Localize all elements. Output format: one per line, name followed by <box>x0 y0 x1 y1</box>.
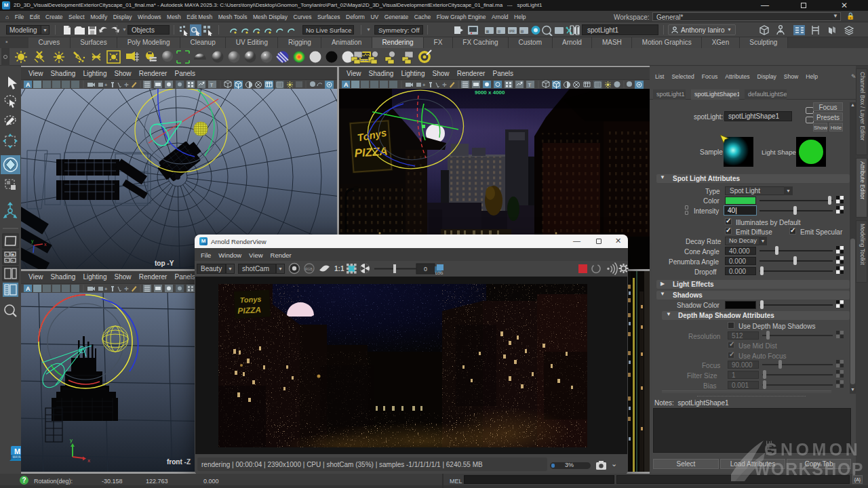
svg-text:x: x <box>44 242 47 247</box>
svg-text:✛: ✛ <box>124 286 129 292</box>
svg-text:◆: ◆ <box>12 252 14 256</box>
svg-text:y: y <box>31 239 34 244</box>
svg-text:y: y <box>70 437 73 443</box>
svg-text:+: + <box>5 252 7 256</box>
svg-text:front -Z: front -Z <box>167 458 191 466</box>
svg-text:A: A <box>26 285 31 292</box>
svg-text:top -Y: top -Y <box>155 260 174 267</box>
svg-text:0: 0 <box>424 266 427 272</box>
svg-text:9000 x 4000: 9000 x 4000 <box>475 89 505 96</box>
svg-text:PIZZA: PIZZA <box>237 305 261 316</box>
svg-text:MAYA: MAYA <box>13 455 21 459</box>
svg-text:▨: ▨ <box>521 29 524 33</box>
svg-text:▦: ▦ <box>486 29 490 33</box>
svg-text:Tonys: Tonys <box>239 295 262 304</box>
svg-text:x: x <box>87 458 90 464</box>
svg-text:T: T <box>210 82 214 88</box>
svg-text:LOG: LOG <box>435 271 443 275</box>
svg-text:T: T <box>528 82 532 88</box>
svg-text:▥: ▥ <box>498 29 501 33</box>
svg-text:✛: ✛ <box>124 82 129 88</box>
svg-text:+: + <box>12 258 14 262</box>
svg-text:M: M <box>14 447 20 455</box>
svg-text:✛: ✛ <box>442 82 447 88</box>
svg-text:A: A <box>26 81 31 88</box>
svg-text:⌖: ⌖ <box>104 82 108 88</box>
svg-text:⌖: ⌖ <box>104 286 108 292</box>
svg-text:RGB: RGB <box>305 267 313 271</box>
svg-text:⌖: ⌖ <box>422 82 426 88</box>
svg-text:A: A <box>344 81 349 88</box>
svg-text:1:1: 1:1 <box>334 265 344 272</box>
svg-text:+: + <box>5 258 7 262</box>
svg-text:IPR: IPR <box>509 29 515 33</box>
